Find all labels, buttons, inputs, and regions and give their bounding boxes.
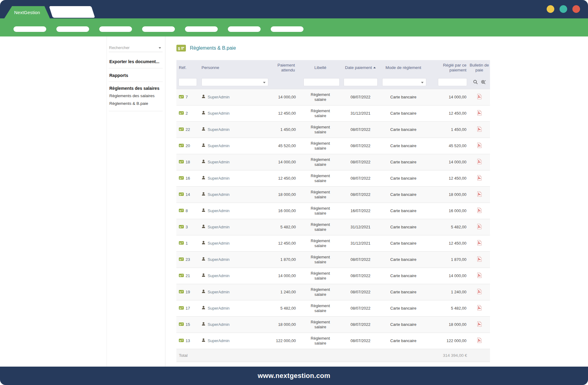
person-name[interactable]: SuperAdmin (208, 338, 230, 343)
person-name[interactable]: SuperAdmin (208, 290, 230, 295)
pdf-file-icon[interactable] (477, 175, 482, 181)
filter-ref-input[interactable] (179, 78, 197, 86)
window-dot-red[interactable] (572, 5, 580, 13)
brand-tab[interactable]: NextGestion (4, 6, 50, 18)
person-name[interactable]: SuperAdmin (208, 225, 230, 230)
person-name[interactable]: SuperAdmin (208, 160, 230, 165)
person-name[interactable]: SuperAdmin (208, 322, 230, 327)
col-libelle[interactable]: Libellé (299, 65, 342, 70)
ref-value[interactable]: 21 (186, 273, 190, 278)
person-name[interactable]: SuperAdmin (208, 176, 230, 181)
ref-value[interactable]: 23 (186, 257, 190, 262)
pdf-file-icon[interactable] (477, 305, 482, 311)
ref-value[interactable]: 18 (186, 160, 190, 165)
pdf-file-icon[interactable] (477, 240, 482, 246)
nav-item-placeholder[interactable] (228, 26, 261, 32)
person-name[interactable]: SuperAdmin (208, 306, 230, 311)
sidebar-item-reglements-salaires[interactable]: Règlements des salaires (109, 93, 163, 98)
table-row[interactable]: $ 21 SuperAdmin 14 000,00 Règlement sala… (176, 268, 490, 284)
ref-value[interactable]: 16 (186, 176, 190, 181)
person-name[interactable]: SuperAdmin (208, 273, 230, 278)
table-row[interactable]: $ 19 SuperAdmin 1 240,00 Règlement salai… (176, 284, 490, 300)
filter-personne-select[interactable] (202, 78, 268, 86)
footer-url[interactable]: www.nextgestion.com (258, 372, 330, 380)
col-mode-reglement[interactable]: Mode de règlement (379, 65, 428, 70)
ref-value[interactable]: 14 (186, 192, 190, 197)
search-icon[interactable] (473, 80, 478, 84)
person-name[interactable]: SuperAdmin (208, 257, 230, 262)
ref-value[interactable]: 22 (186, 127, 190, 132)
sidebar-item-exporter[interactable]: Exporter les document... (109, 52, 163, 68)
nav-item-placeholder[interactable] (56, 26, 89, 32)
filter-regle-input[interactable] (438, 78, 467, 86)
col-personne[interactable]: Personne (200, 65, 268, 70)
ref-value[interactable]: 19 (186, 290, 190, 295)
pdf-file-icon[interactable] (477, 191, 482, 197)
person-name[interactable]: SuperAdmin (208, 192, 230, 197)
pdf-file-icon[interactable] (477, 94, 482, 99)
person-name[interactable]: SuperAdmin (208, 111, 230, 116)
sidebar-item-reglements-bpaie[interactable]: Règlements & B.paie (109, 101, 163, 106)
ref-value[interactable]: 15 (186, 322, 190, 327)
filter-mode-select[interactable] (382, 78, 426, 86)
sidebar-group-reglements[interactable]: Règlements des salaires (109, 82, 163, 91)
table-row[interactable]: $ 1 SuperAdmin 12 450,00 Règlement salai… (176, 235, 490, 251)
table-row[interactable]: $ 13 SuperAdmin 122 000,00 Règlement sal… (176, 333, 490, 349)
table-row[interactable]: $ 16 SuperAdmin 12 450,00 Règlement sala… (176, 170, 490, 186)
window-dot-teal[interactable] (560, 5, 567, 13)
person-icon (202, 208, 205, 212)
col-regle-paiement[interactable]: Réglé par ce paiement (428, 63, 469, 73)
pdf-file-icon[interactable] (477, 126, 482, 132)
filter-libelle-input[interactable] (303, 78, 340, 86)
ref-value[interactable]: 20 (186, 143, 190, 148)
ref-value[interactable]: 13 (186, 338, 190, 343)
ref-value[interactable]: 2 (186, 111, 188, 116)
table-row[interactable]: $ 2 SuperAdmin 12 450,00 Règlement salai… (176, 105, 490, 121)
nav-item-placeholder[interactable] (13, 26, 46, 32)
nav-item-placeholder[interactable] (142, 26, 175, 32)
ref-value[interactable]: 8 (186, 208, 188, 213)
table-row[interactable]: $ 15 SuperAdmin 18 000,00 Règlement sala… (176, 316, 490, 333)
ref-value[interactable]: 3 (186, 225, 188, 230)
search-off-icon[interactable] (481, 80, 486, 84)
col-ref[interactable]: Réf. (176, 65, 200, 70)
pdf-file-icon[interactable] (477, 289, 482, 294)
ref-value[interactable]: 1 (186, 241, 188, 246)
col-paiement-attendu[interactable]: Paiement attendu (268, 63, 299, 73)
table-row[interactable]: $ 3 SuperAdmin 5 482,00 Règlement salair… (176, 219, 490, 235)
table-row[interactable]: $ 22 SuperAdmin 1 450,00 Règlement salai… (176, 121, 490, 138)
search-input[interactable]: Rechercher (109, 44, 163, 52)
table-row[interactable]: $ 20 SuperAdmin 45 520,00 Règlement sala… (176, 138, 490, 154)
ref-value[interactable]: 7 (186, 95, 188, 100)
filter-date-input[interactable] (344, 78, 378, 86)
nav-item-placeholder[interactable] (185, 26, 218, 32)
pdf-file-icon[interactable] (477, 337, 482, 343)
sidebar-item-rapports[interactable]: Rapports (109, 68, 163, 82)
pdf-file-icon[interactable] (477, 256, 482, 262)
person-name[interactable]: SuperAdmin (208, 127, 230, 132)
pdf-file-icon[interactable] (477, 273, 482, 278)
nav-item-placeholder[interactable] (99, 26, 132, 32)
window-dot-yellow[interactable] (547, 5, 554, 13)
pdf-file-icon[interactable] (477, 208, 482, 213)
person-name[interactable]: SuperAdmin (208, 241, 230, 246)
person-name[interactable]: SuperAdmin (208, 143, 230, 148)
table-row[interactable]: $ 23 SuperAdmin 1 870,00 Règlement salai… (176, 251, 490, 268)
ref-value[interactable]: 17 (186, 306, 190, 311)
table-row[interactable]: $ 8 SuperAdmin 16 000,00 Règlement salai… (176, 203, 490, 219)
table-row[interactable]: $ 14 SuperAdmin 18 000,00 Règlement sala… (176, 186, 490, 203)
person-name[interactable]: SuperAdmin (208, 95, 230, 100)
pdf-file-icon[interactable] (477, 110, 482, 116)
col-date-paiement[interactable]: Date paiement (342, 65, 379, 70)
payment-mode: Carte bancaire (379, 241, 428, 246)
table-row[interactable]: $ 7 SuperAdmin 14 000,00 Règlement salai… (176, 89, 490, 105)
secondary-tab[interactable] (49, 6, 95, 18)
pdf-file-icon[interactable] (477, 159, 482, 164)
pdf-file-icon[interactable] (477, 143, 482, 148)
pdf-file-icon[interactable] (477, 224, 482, 229)
person-name[interactable]: SuperAdmin (208, 208, 230, 213)
pdf-file-icon[interactable] (477, 321, 482, 327)
nav-item-placeholder[interactable] (271, 26, 303, 32)
table-row[interactable]: $ 18 SuperAdmin 14 000,00 Règlement sala… (176, 154, 490, 170)
table-row[interactable]: $ 17 SuperAdmin 5 482,00 Règlement salai… (176, 300, 490, 316)
